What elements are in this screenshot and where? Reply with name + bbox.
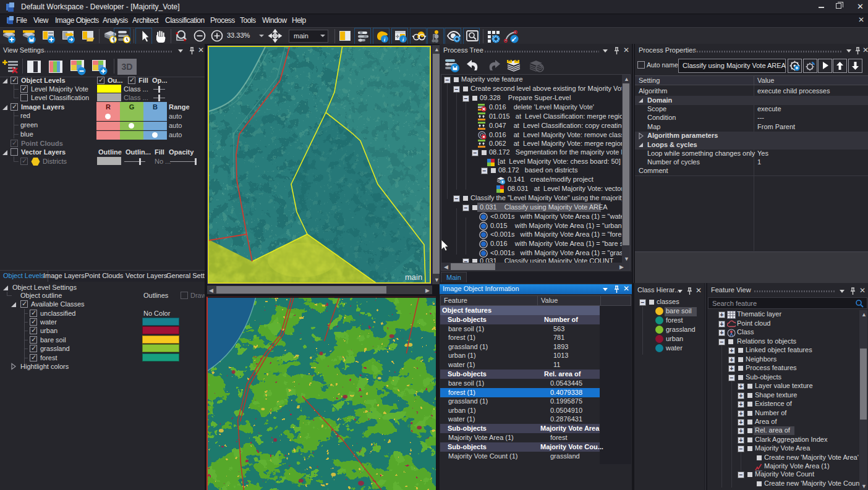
- svg-text:main: main: [405, 272, 422, 282]
